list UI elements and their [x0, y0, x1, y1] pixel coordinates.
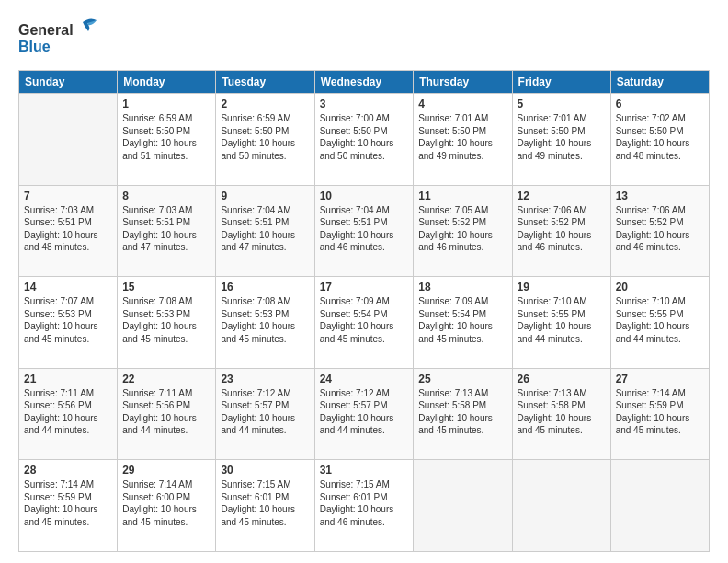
svg-text:Blue: Blue: [18, 39, 51, 54]
day-info: Sunrise: 7:13 AM Sunset: 5:58 PM Dayligh…: [518, 387, 606, 437]
calendar-cell: 20Sunrise: 7:10 AM Sunset: 5:55 PM Dayli…: [610, 277, 709, 369]
calendar-week-2: 7Sunrise: 7:03 AM Sunset: 5:51 PM Daylig…: [19, 185, 710, 277]
day-info: Sunrise: 7:00 AM Sunset: 5:50 PM Dayligh…: [320, 112, 409, 162]
day-number: 19: [518, 281, 606, 293]
calendar-cell: 23Sunrise: 7:12 AM Sunset: 5:57 PM Dayli…: [216, 368, 314, 460]
calendar-cell: 10Sunrise: 7:04 AM Sunset: 5:51 PM Dayli…: [314, 185, 414, 277]
day-number: 26: [518, 373, 606, 385]
day-number: 6: [616, 98, 704, 110]
day-number: 24: [320, 373, 409, 385]
day-number: 22: [122, 373, 210, 385]
calendar-cell: 3Sunrise: 7:00 AM Sunset: 5:50 PM Daylig…: [314, 94, 414, 186]
calendar-cell: 29Sunrise: 7:14 AM Sunset: 6:00 PM Dayli…: [118, 460, 216, 552]
calendar-cell: [19, 94, 118, 186]
calendar-cell: [610, 460, 709, 552]
day-info: Sunrise: 7:01 AM Sunset: 5:50 PM Dayligh…: [518, 112, 606, 162]
calendar-cell: 24Sunrise: 7:12 AM Sunset: 5:57 PM Dayli…: [314, 368, 414, 460]
day-header-thursday: Thursday: [414, 71, 512, 94]
day-header-monday: Monday: [118, 71, 216, 94]
day-number: 18: [418, 281, 506, 293]
day-number: 29: [122, 464, 210, 477]
day-info: Sunrise: 7:14 AM Sunset: 5:59 PM Dayligh…: [616, 387, 704, 437]
day-info: Sunrise: 7:07 AM Sunset: 5:53 PM Dayligh…: [24, 295, 112, 345]
day-info: Sunrise: 7:05 AM Sunset: 5:52 PM Dayligh…: [418, 204, 506, 254]
day-number: 16: [221, 281, 309, 293]
day-number: 4: [418, 98, 506, 110]
day-info: Sunrise: 7:01 AM Sunset: 5:50 PM Dayligh…: [418, 112, 506, 162]
calendar-cell: 12Sunrise: 7:06 AM Sunset: 5:52 PM Dayli…: [512, 185, 610, 277]
day-number: 23: [221, 373, 309, 385]
day-info: Sunrise: 7:14 AM Sunset: 5:59 PM Dayligh…: [24, 478, 112, 528]
day-info: Sunrise: 7:08 AM Sunset: 5:53 PM Dayligh…: [221, 295, 309, 345]
day-info: Sunrise: 7:09 AM Sunset: 5:54 PM Dayligh…: [418, 295, 506, 345]
logo-icon: General Blue: [18, 15, 101, 59]
day-info: Sunrise: 7:15 AM Sunset: 6:01 PM Dayligh…: [320, 478, 409, 528]
day-info: Sunrise: 7:09 AM Sunset: 5:54 PM Dayligh…: [320, 295, 409, 345]
day-info: Sunrise: 6:59 AM Sunset: 5:50 PM Dayligh…: [122, 112, 210, 162]
day-info: Sunrise: 7:15 AM Sunset: 6:01 PM Dayligh…: [221, 478, 309, 528]
day-number: 5: [518, 98, 606, 110]
day-number: 13: [616, 190, 704, 202]
day-number: 2: [221, 98, 309, 110]
calendar-cell: 17Sunrise: 7:09 AM Sunset: 5:54 PM Dayli…: [314, 277, 414, 369]
day-header-friday: Friday: [512, 71, 610, 94]
day-header-saturday: Saturday: [610, 71, 709, 94]
calendar-cell: 28Sunrise: 7:14 AM Sunset: 5:59 PM Dayli…: [19, 460, 118, 552]
calendar-cell: 4Sunrise: 7:01 AM Sunset: 5:50 PM Daylig…: [414, 94, 512, 186]
calendar-cell: [414, 460, 512, 552]
day-info: Sunrise: 7:02 AM Sunset: 5:50 PM Dayligh…: [616, 112, 704, 162]
day-number: 30: [221, 464, 309, 477]
day-number: 8: [122, 190, 210, 202]
calendar-cell: 31Sunrise: 7:15 AM Sunset: 6:01 PM Dayli…: [314, 460, 414, 552]
day-info: Sunrise: 6:59 AM Sunset: 5:50 PM Dayligh…: [221, 112, 309, 162]
day-number: 7: [24, 190, 112, 202]
day-info: Sunrise: 7:04 AM Sunset: 5:51 PM Dayligh…: [320, 204, 409, 254]
calendar-cell: 21Sunrise: 7:11 AM Sunset: 5:56 PM Dayli…: [19, 368, 118, 460]
calendar-cell: 19Sunrise: 7:10 AM Sunset: 5:55 PM Dayli…: [512, 277, 610, 369]
day-info: Sunrise: 7:06 AM Sunset: 5:52 PM Dayligh…: [616, 204, 704, 254]
calendar-cell: [512, 460, 610, 552]
svg-text:General: General: [18, 22, 74, 38]
calendar-cell: 30Sunrise: 7:15 AM Sunset: 6:01 PM Dayli…: [216, 460, 314, 552]
calendar-cell: 22Sunrise: 7:11 AM Sunset: 5:56 PM Dayli…: [118, 368, 216, 460]
day-number: 15: [122, 281, 210, 293]
day-number: 1: [122, 98, 210, 110]
header: General Blue: [18, 15, 710, 63]
day-info: Sunrise: 7:12 AM Sunset: 5:57 PM Dayligh…: [320, 387, 409, 437]
calendar-cell: 8Sunrise: 7:03 AM Sunset: 5:51 PM Daylig…: [118, 185, 216, 277]
calendar-week-4: 21Sunrise: 7:11 AM Sunset: 5:56 PM Dayli…: [19, 368, 710, 460]
day-number: 21: [24, 373, 112, 385]
calendar-cell: 5Sunrise: 7:01 AM Sunset: 5:50 PM Daylig…: [512, 94, 610, 186]
day-info: Sunrise: 7:06 AM Sunset: 5:52 PM Dayligh…: [518, 204, 606, 254]
day-number: 28: [24, 464, 112, 477]
day-number: 25: [418, 373, 506, 385]
day-info: Sunrise: 7:11 AM Sunset: 5:56 PM Dayligh…: [122, 387, 210, 437]
calendar-header-row: SundayMondayTuesdayWednesdayThursdayFrid…: [19, 71, 710, 94]
calendar-cell: 11Sunrise: 7:05 AM Sunset: 5:52 PM Dayli…: [414, 185, 512, 277]
calendar-cell: 7Sunrise: 7:03 AM Sunset: 5:51 PM Daylig…: [19, 185, 118, 277]
day-header-wednesday: Wednesday: [314, 71, 414, 94]
day-number: 11: [418, 190, 506, 202]
day-number: 17: [320, 281, 409, 293]
calendar-week-1: 1Sunrise: 6:59 AM Sunset: 5:50 PM Daylig…: [19, 94, 710, 186]
calendar-week-5: 28Sunrise: 7:14 AM Sunset: 5:59 PM Dayli…: [19, 460, 710, 552]
day-header-sunday: Sunday: [19, 71, 118, 94]
day-info: Sunrise: 7:03 AM Sunset: 5:51 PM Dayligh…: [24, 204, 112, 254]
logo: General Blue: [18, 15, 101, 63]
day-info: Sunrise: 7:12 AM Sunset: 5:57 PM Dayligh…: [221, 387, 309, 437]
day-number: 20: [616, 281, 704, 293]
day-info: Sunrise: 7:13 AM Sunset: 5:58 PM Dayligh…: [418, 387, 506, 437]
day-number: 31: [320, 464, 409, 477]
calendar-cell: 1Sunrise: 6:59 AM Sunset: 5:50 PM Daylig…: [118, 94, 216, 186]
calendar-page: General Blue SundayMondayTuesdayWednesda…: [0, 0, 728, 563]
day-number: 3: [320, 98, 409, 110]
calendar-cell: 18Sunrise: 7:09 AM Sunset: 5:54 PM Dayli…: [414, 277, 512, 369]
calendar-cell: 15Sunrise: 7:08 AM Sunset: 5:53 PM Dayli…: [118, 277, 216, 369]
calendar-cell: 9Sunrise: 7:04 AM Sunset: 5:51 PM Daylig…: [216, 185, 314, 277]
day-number: 10: [320, 190, 409, 202]
calendar-week-3: 14Sunrise: 7:07 AM Sunset: 5:53 PM Dayli…: [19, 277, 710, 369]
calendar-cell: 27Sunrise: 7:14 AM Sunset: 5:59 PM Dayli…: [610, 368, 709, 460]
calendar-cell: 6Sunrise: 7:02 AM Sunset: 5:50 PM Daylig…: [610, 94, 709, 186]
day-header-tuesday: Tuesday: [216, 71, 314, 94]
day-info: Sunrise: 7:08 AM Sunset: 5:53 PM Dayligh…: [122, 295, 210, 345]
